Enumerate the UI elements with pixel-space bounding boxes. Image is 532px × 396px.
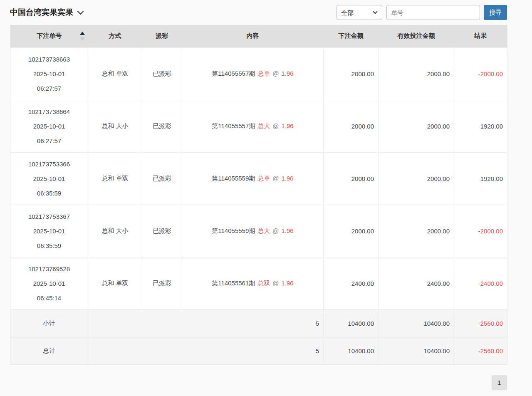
chevron-down-icon (77, 8, 84, 15)
bet-date: 2025-10-01 (10, 119, 88, 134)
search-button[interactable]: 搜寻 (484, 5, 507, 20)
bet-id-cell: 102173738664 2025-10-01 06:27:57 (10, 100, 88, 152)
table-row: 102173738664 2025-10-01 06:27:57 总和 大小 已… (10, 100, 507, 152)
bet-date: 2025-10-01 (10, 224, 88, 238)
subtotal-row: 小计 5 10400.00 10400.00 -2560.00 (10, 309, 507, 337)
search-controls: 全部 搜寻 (337, 5, 507, 20)
odds-at-sign: @ (272, 280, 279, 287)
subtotal-amount: 10400.00 (324, 309, 379, 337)
sort-desc-icon (80, 37, 85, 41)
valid-bet-amount: 2000.00 (379, 205, 454, 257)
order-number-input[interactable] (386, 5, 480, 20)
column-header-method: 方式 (88, 25, 142, 47)
payout-status: 已派彩 (142, 257, 182, 309)
subtotal-count: 5 (88, 309, 324, 337)
table-row: 102173753367 2025-10-01 06:35:59 总和 大小 已… (10, 205, 507, 257)
page-1-button[interactable]: 1 (492, 375, 507, 390)
payout-status: 已派彩 (142, 205, 182, 257)
valid-bet-amount: 2000.00 (379, 152, 454, 205)
bet-id: 102173738664 (10, 104, 88, 119)
bet-result: -2400.00 (454, 257, 507, 309)
valid-bet-amount: 2000.00 (379, 47, 454, 100)
column-header-bet-id[interactable]: 下注单号 (10, 25, 88, 47)
period-label: 第114055561期 (212, 280, 255, 287)
pagination: 1 (10, 375, 507, 390)
period-label: 第114055557期 (212, 122, 255, 129)
bet-date: 2025-10-01 (10, 67, 88, 81)
subtotal-label: 小计 (10, 309, 88, 337)
bet-method: 总和 大小 (88, 205, 142, 257)
column-header-result: 结果 (454, 25, 507, 47)
pick-label: 总单 (257, 70, 270, 77)
total-amount: 10400.00 (324, 337, 379, 364)
bet-date: 2025-10-01 (10, 276, 88, 291)
pick-label: 总单 (257, 175, 270, 182)
bet-id-cell: 102173753367 2025-10-01 06:35:59 (10, 205, 88, 257)
lottery-selector[interactable]: 中国台湾宾果宾果 (10, 7, 83, 18)
bet-time: 06:27:57 (10, 134, 88, 148)
bet-content: 第114055561期总双@1.96 (182, 257, 324, 309)
column-header-amount: 下注金额 (324, 25, 379, 47)
bet-id: 102173753367 (10, 209, 88, 224)
table-row: 102173753366 2025-10-01 06:35:59 总和 单双 已… (10, 152, 507, 205)
bet-id: 102173753366 (10, 157, 88, 171)
odds-value: 1.96 (282, 122, 294, 129)
total-result: -2560.00 (454, 337, 507, 364)
period-label: 第114055559期 (212, 227, 255, 234)
bet-content: 第114055559期总单@1.96 (182, 152, 324, 205)
sort-icons[interactable] (80, 32, 85, 41)
filter-select[interactable]: 全部 (337, 5, 382, 20)
total-valid-amount: 10400.00 (379, 337, 454, 364)
odds-value: 1.96 (282, 227, 294, 234)
bet-amount: 2400.00 (324, 257, 379, 309)
bet-method: 总和 大小 (88, 100, 142, 152)
bet-method: 总和 单双 (88, 152, 142, 205)
bet-content: 第114055557期总单@1.96 (182, 47, 324, 100)
bet-time: 06:35:59 (10, 238, 88, 253)
valid-bet-amount: 2400.00 (379, 257, 454, 309)
bet-content: 第114055557期总大@1.96 (182, 100, 324, 152)
main-container: 中国台湾宾果宾果 全部 搜寻 下注单号 (10, 0, 507, 365)
table-row: 102173769528 2025-10-01 06:45:14 总和 单双 已… (10, 257, 507, 309)
bet-date: 2025-10-01 (10, 171, 88, 186)
bet-id-cell: 102173769528 2025-10-01 06:45:14 (10, 257, 88, 309)
valid-bet-amount: 2000.00 (379, 100, 454, 152)
odds-at-sign: @ (272, 227, 279, 234)
column-header-bet-id-label: 下注单号 (37, 32, 62, 39)
bet-result: -2000.00 (454, 47, 507, 100)
total-count: 5 (88, 337, 324, 364)
bet-time: 06:27:57 (10, 81, 88, 96)
period-label: 第114055559期 (212, 175, 255, 182)
column-header-content: 内容 (182, 25, 324, 47)
odds-value: 1.96 (282, 175, 294, 182)
bet-time: 06:35:59 (10, 186, 88, 200)
bets-table: 下注单号 方式 派彩 内容 下注金额 有效投注金额 结果 10217373866… (10, 25, 507, 365)
bet-id: 102173769528 (10, 262, 88, 276)
page-title: 中国台湾宾果宾果 (10, 7, 73, 18)
period-label: 第114055557期 (212, 70, 255, 77)
pick-label: 总双 (257, 280, 270, 287)
bet-method: 总和 单双 (88, 47, 142, 100)
bet-id: 102173738663 (10, 52, 88, 67)
sort-asc-icon (80, 32, 85, 35)
bet-content: 第114055559期总大@1.96 (182, 205, 324, 257)
bet-time: 06:45:14 (10, 291, 88, 305)
odds-at-sign: @ (272, 122, 279, 129)
column-header-valid-amount: 有效投注金额 (379, 25, 454, 47)
odds-value: 1.96 (282, 280, 294, 287)
column-header-payout: 派彩 (142, 25, 182, 47)
table-row: 102173738663 2025-10-01 06:27:57 总和 单双 已… (10, 47, 507, 100)
pick-label: 总大 (257, 122, 270, 129)
subtotal-result: -2560.00 (454, 309, 507, 337)
subtotal-valid-amount: 10400.00 (379, 309, 454, 337)
bet-result: 1920.00 (454, 152, 507, 205)
odds-at-sign: @ (272, 175, 279, 182)
odds-value: 1.96 (282, 70, 294, 77)
filter-select-wrap: 全部 (337, 5, 382, 20)
bet-method: 总和 单双 (88, 257, 142, 309)
bet-amount: 2000.00 (324, 47, 379, 100)
bet-amount: 2000.00 (324, 152, 379, 205)
bet-id-cell: 102173738663 2025-10-01 06:27:57 (10, 47, 88, 100)
bet-id-cell: 102173753366 2025-10-01 06:35:59 (10, 152, 88, 205)
odds-at-sign: @ (272, 70, 279, 77)
